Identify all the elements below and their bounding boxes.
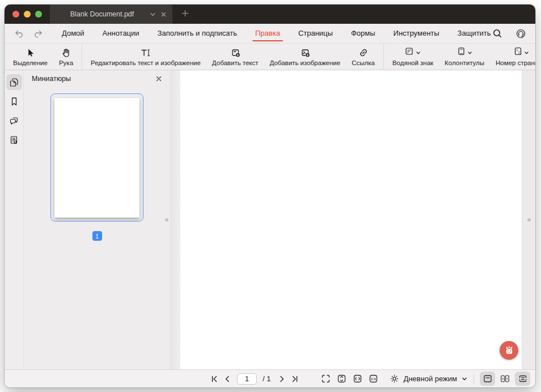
header-footer-icon	[457, 46, 466, 58]
close-panel-icon[interactable]	[155, 75, 163, 83]
panel-resize-handle[interactable]	[165, 218, 168, 221]
thumbnails-icon	[9, 77, 19, 88]
page-number-button[interactable]: 12 Номер страницы	[490, 44, 535, 70]
fit-height-icon[interactable]	[336, 373, 347, 384]
add-text-icon	[230, 47, 240, 58]
link-icon	[358, 47, 369, 58]
menubar-right-icons	[492, 28, 535, 39]
document-tab-title: Blank Document.pdf	[59, 10, 145, 18]
ai-assistant-button[interactable]	[500, 341, 518, 360]
chevron-down-icon	[416, 48, 421, 58]
hand-tool-button[interactable]: Рука	[53, 44, 79, 70]
bookmarks-panel-button[interactable]	[6, 93, 22, 109]
robot-crown-icon	[503, 344, 515, 357]
comments-panel-button[interactable]	[6, 113, 22, 129]
titlebar: Blank Document.pdf	[5, 5, 535, 24]
tab-home[interactable]: Домой	[61, 24, 86, 43]
sun-icon	[390, 374, 399, 384]
cursor-arrow-icon	[25, 47, 35, 58]
zoom-fit-controls: 1:1	[320, 373, 379, 384]
minimize-window-button[interactable]	[24, 11, 31, 18]
fit-page-icon[interactable]	[320, 373, 331, 384]
select-tool-button[interactable]: Выделение	[7, 44, 53, 70]
tab-tools[interactable]: Инструменты	[392, 24, 441, 43]
signatures-panel-button[interactable]	[6, 132, 22, 148]
thumbnails-panel-button[interactable]	[6, 74, 22, 90]
toolbar-group-page-decor: Водяной знак Колонтитулы 12	[383, 44, 535, 70]
sidebar-rail	[5, 70, 24, 369]
bookmark-icon	[10, 96, 19, 106]
single-page-view-button[interactable]	[480, 372, 495, 386]
single-page-icon	[483, 374, 493, 384]
two-page-view-button[interactable]	[497, 372, 513, 386]
content-area: Миниатюры 1	[5, 70, 535, 369]
app-window: Blank Document.pdf Домой Аннотаци	[5, 5, 535, 387]
redo-icon[interactable]	[33, 28, 44, 39]
statusbar-separator	[474, 374, 474, 384]
edit-text-image-button[interactable]: Редактировать текст и изображение	[85, 44, 206, 70]
tab-fill-and-sign[interactable]: Заполнить и подписать	[157, 24, 238, 43]
svg-text:2: 2	[518, 51, 520, 54]
chevron-down-icon	[524, 48, 529, 58]
chevron-down-icon	[467, 48, 472, 58]
thumbnails-panel-header: Миниатюры	[24, 70, 170, 83]
view-theme-dropdown[interactable]: Дневной режим	[390, 374, 468, 384]
toolbar-group-insert: Редактировать текст и изображение Добави…	[82, 44, 383, 70]
page-number-input[interactable]	[237, 373, 257, 385]
last-page-icon[interactable]	[290, 374, 300, 384]
continuous-scroll-icon	[518, 374, 528, 384]
zoom-window-button[interactable]	[35, 11, 42, 18]
watermark-icon	[404, 46, 414, 58]
fit-width-icon[interactable]	[352, 373, 363, 384]
link-button[interactable]: Ссылка	[346, 44, 381, 70]
svg-text:1:1: 1:1	[371, 377, 377, 381]
first-page-icon[interactable]	[209, 374, 219, 384]
tab-close-icon[interactable]	[160, 11, 167, 18]
undo-icon[interactable]	[14, 28, 24, 39]
page-number-badge: 1	[92, 231, 102, 241]
tab-pages[interactable]: Страницы	[297, 24, 334, 43]
add-text-button[interactable]: Добавить текст	[206, 44, 264, 70]
panel-title: Миниатюры	[32, 75, 71, 83]
edit-text-cursor-icon	[140, 47, 151, 58]
watermark-button[interactable]: Водяной знак	[387, 44, 439, 70]
thumbnails-panel: Миниатюры 1	[24, 70, 170, 369]
page-navigation: / 1	[209, 373, 300, 385]
continuous-scroll-button[interactable]	[515, 372, 530, 386]
statusbar: / 1 1:1 Днев	[5, 369, 535, 387]
add-image-button[interactable]: Добавить изображение	[264, 44, 346, 70]
menubar: Домой Аннотации Заполнить и подписать Пр…	[5, 24, 535, 44]
document-tab[interactable]: Blank Document.pdf	[50, 5, 172, 24]
panel-divider[interactable]	[170, 70, 180, 369]
close-window-button[interactable]	[12, 11, 19, 18]
plus-icon	[181, 9, 189, 20]
support-headset-icon[interactable]	[515, 28, 526, 39]
tab-forms[interactable]: Формы	[350, 24, 377, 43]
search-icon[interactable]	[492, 28, 502, 39]
right-resize-handle[interactable]	[527, 218, 531, 221]
tab-chevron-down-icon[interactable]	[150, 11, 156, 18]
document-canvas[interactable]	[180, 70, 522, 369]
comments-icon	[9, 116, 19, 126]
total-pages-label: / 1	[263, 374, 270, 383]
header-footer-button[interactable]: Колонтитулы	[439, 44, 490, 70]
traffic-lights	[5, 5, 50, 24]
two-page-icon	[500, 374, 510, 384]
next-page-icon[interactable]	[277, 374, 287, 384]
page-thumbnail-container: 1	[24, 93, 170, 241]
history-buttons	[14, 28, 44, 39]
page-layout-controls	[480, 372, 530, 386]
add-image-icon	[300, 47, 310, 58]
tab-edit[interactable]: Правка	[254, 24, 281, 43]
tab-annotations[interactable]: Аннотации	[102, 24, 141, 43]
page-number-icon: 12	[514, 46, 522, 58]
edit-toolbar: Выделение Рука Редактировать текст и изо…	[5, 44, 535, 70]
actual-size-icon[interactable]: 1:1	[368, 373, 379, 384]
tab-protect[interactable]: Защитить	[457, 24, 492, 43]
page-thumbnail-selected[interactable]	[50, 93, 143, 221]
previous-page-icon[interactable]	[222, 374, 233, 384]
new-tab-button[interactable]	[172, 5, 197, 24]
menu-tabs: Домой Аннотации Заполнить и подписать Пр…	[61, 24, 492, 43]
hand-icon	[61, 47, 71, 58]
certificate-document-icon	[9, 135, 19, 145]
